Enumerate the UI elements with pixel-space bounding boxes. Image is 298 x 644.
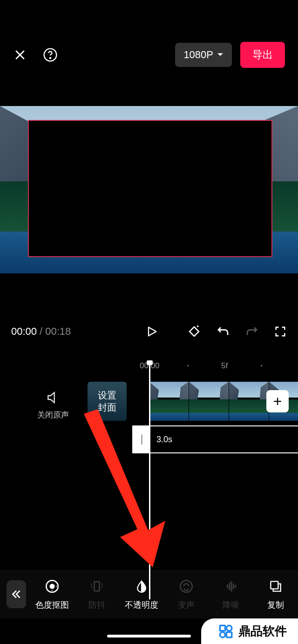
tool-label: 复制	[267, 599, 284, 611]
chroma-icon	[44, 578, 60, 595]
tool-opacity[interactable]: 不透明度	[119, 578, 164, 611]
home-indicator	[107, 635, 191, 637]
time-total: 00:18	[45, 325, 71, 337]
overlay-selection-box[interactable]	[28, 120, 272, 257]
help-icon	[43, 47, 58, 62]
video-thumb	[149, 382, 189, 421]
redo-icon	[245, 325, 259, 339]
time-display: 00:00/00:18	[11, 325, 71, 338]
tool-label: 不透明度	[125, 599, 158, 611]
tool-label: 变声	[178, 599, 195, 611]
overlay-track[interactable]: 3.0s	[132, 425, 298, 453]
close-icon	[13, 48, 27, 62]
svg-rect-4	[94, 582, 99, 591]
chevron-double-left-icon	[10, 588, 22, 600]
tool-chroma[interactable]: 色度抠图	[30, 578, 74, 611]
watermark-text: 鼎品软件	[238, 623, 287, 639]
video-thumb	[189, 382, 229, 421]
timeline[interactable]: 00:00 5f 关闭原声 设置 封面 + 3.0s	[0, 360, 298, 469]
tool-denoise[interactable]: 降噪	[209, 578, 253, 611]
add-clip-button[interactable]: +	[266, 390, 289, 412]
svg-point-1	[50, 58, 51, 59]
plus-icon: +	[273, 393, 282, 410]
chevron-down-icon	[217, 53, 224, 57]
overlay-duration: 3.0s	[156, 435, 172, 445]
copy-icon	[268, 578, 283, 595]
play-icon	[145, 324, 158, 339]
svg-rect-10	[226, 632, 231, 637]
resolution-label: 1080P	[183, 49, 213, 61]
fullscreen-icon	[274, 325, 287, 338]
help-button[interactable]	[43, 47, 58, 62]
mute-label: 关闭原声	[37, 410, 69, 420]
opacity-icon	[135, 578, 149, 595]
clip-drag-handle[interactable]	[133, 426, 150, 452]
fullscreen-button[interactable]	[274, 325, 287, 338]
redo-button[interactable]	[245, 325, 259, 339]
svg-rect-7	[220, 625, 225, 631]
voicechange-icon	[178, 578, 194, 595]
tool-label: 防抖	[88, 599, 105, 611]
set-cover-button[interactable]: 设置 封面	[88, 382, 127, 421]
keyframe-button[interactable]	[187, 325, 201, 339]
undo-icon	[216, 325, 230, 339]
time-current: 00:00	[11, 325, 37, 337]
tool-stabilize[interactable]: 防抖	[74, 578, 119, 611]
tool-voicechange[interactable]: 变声	[164, 578, 209, 611]
denoise-icon	[223, 578, 239, 595]
svg-rect-6	[271, 581, 278, 589]
tool-label: 色度抠图	[35, 599, 69, 611]
watermark: 鼎品软件	[201, 618, 298, 644]
svg-point-3	[50, 584, 54, 589]
keyframe-icon	[187, 325, 201, 339]
video-thumb	[229, 382, 269, 421]
export-button[interactable]: 导出	[240, 42, 285, 68]
svg-point-8	[226, 625, 231, 631]
svg-point-9	[220, 632, 225, 637]
resolution-button[interactable]: 1080P	[175, 43, 232, 67]
cover-label: 设置 封面	[98, 389, 116, 413]
stabilize-icon	[89, 578, 105, 595]
ruler-tick: 5f	[221, 361, 228, 371]
close-button[interactable]	[13, 48, 27, 62]
watermark-icon	[218, 624, 234, 639]
play-button[interactable]	[145, 324, 158, 339]
toolbar-back-button[interactable]	[7, 580, 26, 608]
playhead[interactable]	[149, 362, 150, 599]
speaker-icon	[46, 390, 61, 405]
mute-audio-button[interactable]: 关闭原声	[37, 390, 69, 420]
tool-copy[interactable]: 复制	[253, 578, 298, 611]
undo-button[interactable]	[216, 325, 230, 339]
tool-label: 降噪	[223, 599, 239, 611]
video-preview[interactable]	[0, 106, 298, 273]
